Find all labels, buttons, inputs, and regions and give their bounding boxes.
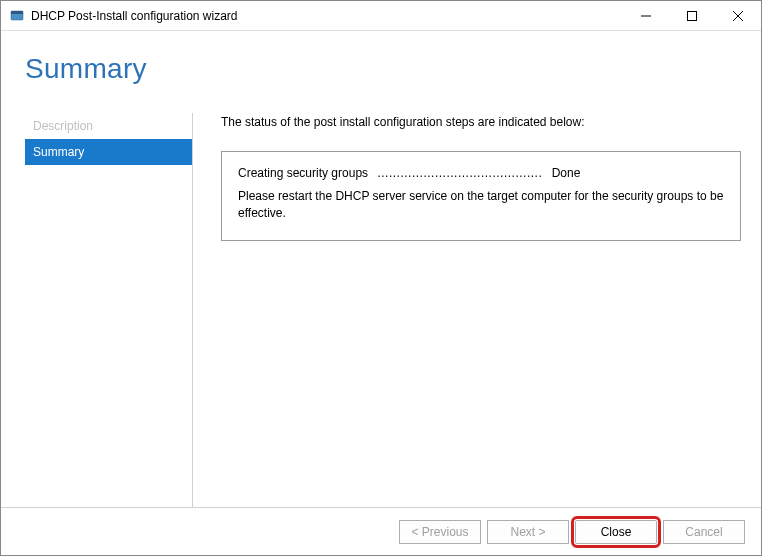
footer-bar: < Previous Next > Close Cancel: [1, 507, 761, 555]
page-heading: Summary: [25, 53, 741, 85]
cancel-button: Cancel: [663, 520, 745, 544]
previous-button: < Previous: [399, 520, 481, 544]
close-action-button[interactable]: Close: [575, 520, 657, 544]
next-button: Next >: [487, 520, 569, 544]
main-row: Description Summary The status of the po…: [25, 113, 741, 507]
sidebar: Description Summary: [25, 113, 193, 507]
status-result: Done: [552, 166, 581, 180]
instruction-text: Please restart the DHCP server service o…: [238, 188, 724, 222]
minimize-button[interactable]: [623, 1, 669, 30]
status-dots: ........................................…: [377, 166, 542, 180]
sidebar-item-summary[interactable]: Summary: [25, 139, 192, 165]
status-line: Creating security groups ...............…: [238, 166, 724, 180]
app-icon: [9, 8, 25, 24]
window-controls: [623, 1, 761, 30]
close-button[interactable]: [715, 1, 761, 30]
maximize-button[interactable]: [669, 1, 715, 30]
status-box: Creating security groups ...............…: [221, 151, 741, 241]
intro-text: The status of the post install configura…: [221, 115, 741, 129]
window-title: DHCP Post-Install configuration wizard: [31, 9, 623, 23]
sidebar-item-description: Description: [25, 113, 192, 139]
svg-rect-1: [11, 11, 23, 14]
svg-rect-3: [688, 11, 697, 20]
content-area: Summary Description Summary The status o…: [1, 31, 761, 507]
titlebar: DHCP Post-Install configuration wizard: [1, 1, 761, 31]
status-label: Creating security groups: [238, 166, 368, 180]
right-pane: The status of the post install configura…: [193, 113, 741, 507]
